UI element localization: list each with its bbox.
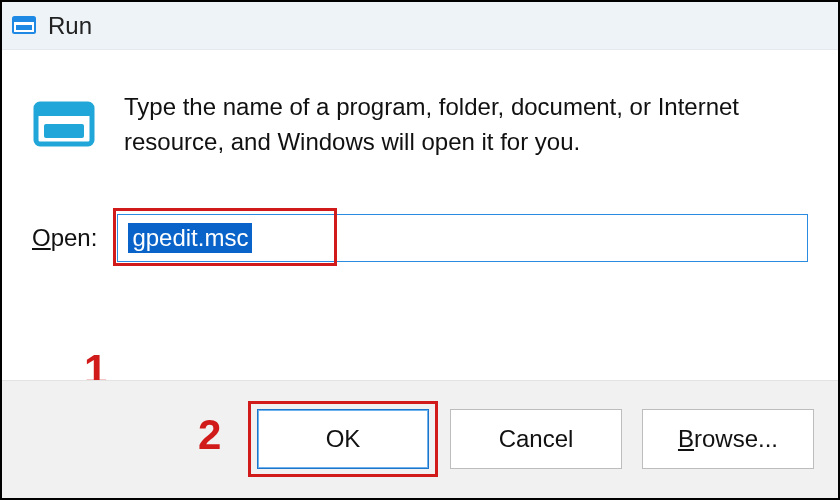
svg-rect-5: [44, 124, 84, 138]
cancel-button[interactable]: Cancel: [450, 409, 622, 469]
browse-button-label: Browse...: [678, 425, 778, 453]
titlebar: Run: [2, 2, 838, 50]
cancel-button-label: Cancel: [499, 425, 574, 453]
window-title: Run: [48, 12, 92, 40]
annotation-step-2: 2: [198, 411, 221, 459]
svg-rect-4: [36, 104, 92, 116]
browse-button[interactable]: Browse...: [642, 409, 814, 469]
svg-rect-1: [16, 25, 32, 30]
ok-button[interactable]: OK: [257, 409, 429, 469]
description-text: Type the name of a program, folder, docu…: [124, 90, 804, 160]
open-label: Open:: [32, 224, 97, 252]
dialog-body: Type the name of a program, folder, docu…: [2, 50, 838, 380]
open-input[interactable]: gpedit.msc: [117, 214, 808, 262]
svg-rect-2: [13, 17, 35, 22]
description-row: Type the name of a program, folder, docu…: [32, 90, 808, 160]
run-dialog: Run Type the name of a program, folder, …: [0, 0, 840, 500]
run-app-icon: [12, 14, 36, 38]
ok-button-label: OK: [326, 425, 361, 453]
run-large-icon: [32, 94, 96, 158]
open-row: Open: gpedit.msc: [32, 214, 808, 262]
dialog-footer: OK Cancel Browse... 2: [2, 380, 838, 498]
open-combo-wrap: gpedit.msc: [117, 214, 808, 262]
open-input-value: gpedit.msc: [128, 223, 252, 253]
